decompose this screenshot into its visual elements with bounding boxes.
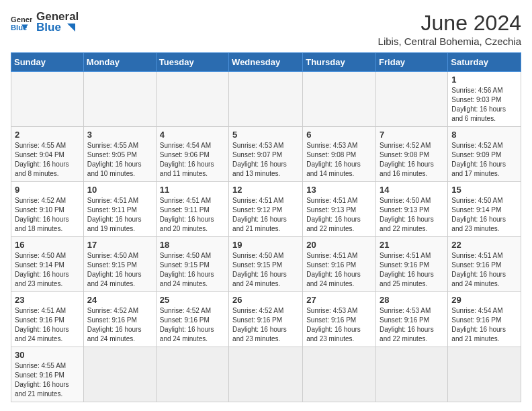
day-info: Sunrise: 4:55 AMSunset: 9:16 PMDaylight:… xyxy=(15,361,80,399)
calendar-day-cell: 5Sunrise: 4:53 AMSunset: 9:07 PMDaylight… xyxy=(229,127,303,182)
calendar-day-cell xyxy=(83,347,156,402)
calendar-day-cell: 2Sunrise: 4:55 AMSunset: 9:04 PMDaylight… xyxy=(11,127,84,182)
day-info: Sunrise: 4:51 AMSunset: 9:16 PMDaylight:… xyxy=(306,251,372,289)
day-info: Sunrise: 4:51 AMSunset: 9:16 PMDaylight:… xyxy=(15,306,80,344)
day-number: 12 xyxy=(232,185,299,195)
day-number: 19 xyxy=(232,240,299,250)
calendar-week-row: 2Sunrise: 4:55 AMSunset: 9:04 PMDaylight… xyxy=(11,127,521,182)
col-friday: Friday xyxy=(376,53,448,72)
day-number: 5 xyxy=(232,130,299,140)
logo-blue-text: Blue xyxy=(36,21,79,34)
day-info: Sunrise: 4:50 AMSunset: 9:15 PMDaylight:… xyxy=(160,251,225,289)
day-number: 29 xyxy=(451,295,517,305)
header: General Blue General Blue June 2024 Libi… xyxy=(11,11,521,47)
day-number: 28 xyxy=(380,295,444,305)
day-info: Sunrise: 4:50 AMSunset: 9:13 PMDaylight:… xyxy=(380,196,444,234)
day-info: Sunrise: 4:50 AMSunset: 9:15 PMDaylight:… xyxy=(87,251,152,289)
day-number: 7 xyxy=(380,130,444,140)
calendar-day-cell: 20Sunrise: 4:51 AMSunset: 9:16 PMDayligh… xyxy=(303,237,376,292)
col-sunday: Sunday xyxy=(11,53,84,72)
day-number: 18 xyxy=(160,240,225,250)
location: Libis, Central Bohemia, Czechia xyxy=(378,36,521,47)
calendar-week-row: 9Sunrise: 4:52 AMSunset: 9:10 PMDaylight… xyxy=(11,182,521,237)
calendar-header-row: Sunday Monday Tuesday Wednesday Thursday… xyxy=(11,53,521,72)
month-title: June 2024 xyxy=(378,11,521,36)
day-info: Sunrise: 4:52 AMSunset: 9:08 PMDaylight:… xyxy=(380,141,444,179)
calendar-day-cell xyxy=(156,72,228,127)
day-info: Sunrise: 4:51 AMSunset: 9:11 PMDaylight:… xyxy=(87,196,152,234)
day-number: 23 xyxy=(15,295,80,305)
col-wednesday: Wednesday xyxy=(229,53,303,72)
calendar-day-cell: 19Sunrise: 4:50 AMSunset: 9:15 PMDayligh… xyxy=(229,237,303,292)
calendar-day-cell xyxy=(229,72,303,127)
day-number: 22 xyxy=(451,240,517,250)
day-number: 10 xyxy=(87,185,152,195)
col-tuesday: Tuesday xyxy=(156,53,228,72)
calendar-day-cell xyxy=(376,72,448,127)
col-thursday: Thursday xyxy=(303,53,376,72)
day-number: 4 xyxy=(160,130,225,140)
day-info: Sunrise: 4:51 AMSunset: 9:16 PMDaylight:… xyxy=(380,251,444,289)
day-info: Sunrise: 4:52 AMSunset: 9:10 PMDaylight:… xyxy=(15,196,80,234)
calendar-day-cell: 29Sunrise: 4:54 AMSunset: 9:16 PMDayligh… xyxy=(448,292,521,347)
calendar-day-cell: 7Sunrise: 4:52 AMSunset: 9:08 PMDaylight… xyxy=(376,127,448,182)
day-number: 9 xyxy=(15,185,80,195)
calendar-week-row: 23Sunrise: 4:51 AMSunset: 9:16 PMDayligh… xyxy=(11,292,521,347)
calendar-day-cell: 17Sunrise: 4:50 AMSunset: 9:15 PMDayligh… xyxy=(83,237,156,292)
day-info: Sunrise: 4:54 AMSunset: 9:16 PMDaylight:… xyxy=(451,306,517,344)
calendar-day-cell: 9Sunrise: 4:52 AMSunset: 9:10 PMDaylight… xyxy=(11,182,84,237)
generalblue-logo-icon: General Blue xyxy=(11,13,32,32)
day-number: 26 xyxy=(232,295,299,305)
logo-triangle-icon xyxy=(64,24,75,32)
day-number: 20 xyxy=(306,240,372,250)
calendar-day-cell: 11Sunrise: 4:51 AMSunset: 9:11 PMDayligh… xyxy=(156,182,228,237)
calendar-day-cell xyxy=(303,347,376,402)
day-info: Sunrise: 4:50 AMSunset: 9:15 PMDaylight:… xyxy=(232,251,299,289)
day-info: Sunrise: 4:55 AMSunset: 9:05 PMDaylight:… xyxy=(87,141,152,179)
day-info: Sunrise: 4:52 AMSunset: 9:16 PMDaylight:… xyxy=(87,306,152,344)
calendar-day-cell: 12Sunrise: 4:51 AMSunset: 9:12 PMDayligh… xyxy=(229,182,303,237)
calendar-day-cell: 15Sunrise: 4:50 AMSunset: 9:14 PMDayligh… xyxy=(448,182,521,237)
day-number: 21 xyxy=(380,240,444,250)
calendar-day-cell: 8Sunrise: 4:52 AMSunset: 9:09 PMDaylight… xyxy=(448,127,521,182)
calendar-day-cell: 6Sunrise: 4:53 AMSunset: 9:08 PMDaylight… xyxy=(303,127,376,182)
calendar-day-cell: 4Sunrise: 4:54 AMSunset: 9:06 PMDaylight… xyxy=(156,127,228,182)
day-number: 27 xyxy=(306,295,372,305)
svg-marker-3 xyxy=(67,24,75,32)
day-info: Sunrise: 4:51 AMSunset: 9:11 PMDaylight:… xyxy=(160,196,225,234)
calendar-day-cell: 28Sunrise: 4:53 AMSunset: 9:16 PMDayligh… xyxy=(376,292,448,347)
day-info: Sunrise: 4:55 AMSunset: 9:04 PMDaylight:… xyxy=(15,141,80,179)
calendar-day-cell xyxy=(11,72,84,127)
calendar-day-cell xyxy=(303,72,376,127)
col-monday: Monday xyxy=(83,53,156,72)
day-info: Sunrise: 4:53 AMSunset: 9:16 PMDaylight:… xyxy=(380,306,444,344)
day-info: Sunrise: 4:51 AMSunset: 9:12 PMDaylight:… xyxy=(232,196,299,234)
day-info: Sunrise: 4:56 AMSunset: 9:03 PMDaylight:… xyxy=(451,86,517,124)
calendar-table: Sunday Monday Tuesday Wednesday Thursday… xyxy=(11,52,521,402)
day-number: 15 xyxy=(451,185,517,195)
day-number: 30 xyxy=(15,350,80,360)
calendar-day-cell: 16Sunrise: 4:50 AMSunset: 9:14 PMDayligh… xyxy=(11,237,84,292)
calendar-day-cell: 23Sunrise: 4:51 AMSunset: 9:16 PMDayligh… xyxy=(11,292,84,347)
calendar-day-cell xyxy=(229,347,303,402)
title-area: June 2024 Libis, Central Bohemia, Czechi… xyxy=(378,11,521,47)
day-number: 13 xyxy=(306,185,372,195)
calendar-day-cell: 21Sunrise: 4:51 AMSunset: 9:16 PMDayligh… xyxy=(376,237,448,292)
calendar-day-cell: 26Sunrise: 4:52 AMSunset: 9:16 PMDayligh… xyxy=(229,292,303,347)
day-info: Sunrise: 4:52 AMSunset: 9:09 PMDaylight:… xyxy=(451,141,517,179)
calendar-day-cell: 22Sunrise: 4:51 AMSunset: 9:16 PMDayligh… xyxy=(448,237,521,292)
calendar-day-cell: 27Sunrise: 4:53 AMSunset: 9:16 PMDayligh… xyxy=(303,292,376,347)
calendar-day-cell: 30Sunrise: 4:55 AMSunset: 9:16 PMDayligh… xyxy=(11,347,84,402)
day-info: Sunrise: 4:51 AMSunset: 9:13 PMDaylight:… xyxy=(306,196,372,234)
day-number: 25 xyxy=(160,295,225,305)
day-info: Sunrise: 4:53 AMSunset: 9:07 PMDaylight:… xyxy=(232,141,299,179)
calendar-day-cell: 3Sunrise: 4:55 AMSunset: 9:05 PMDaylight… xyxy=(83,127,156,182)
day-info: Sunrise: 4:52 AMSunset: 9:16 PMDaylight:… xyxy=(160,306,225,344)
day-number: 11 xyxy=(160,185,225,195)
day-number: 8 xyxy=(451,130,517,140)
calendar-day-cell: 1Sunrise: 4:56 AMSunset: 9:03 PMDaylight… xyxy=(448,72,521,127)
calendar-week-row: 30Sunrise: 4:55 AMSunset: 9:16 PMDayligh… xyxy=(11,347,521,402)
calendar-day-cell xyxy=(376,347,448,402)
day-number: 3 xyxy=(87,130,152,140)
day-number: 2 xyxy=(15,130,80,140)
